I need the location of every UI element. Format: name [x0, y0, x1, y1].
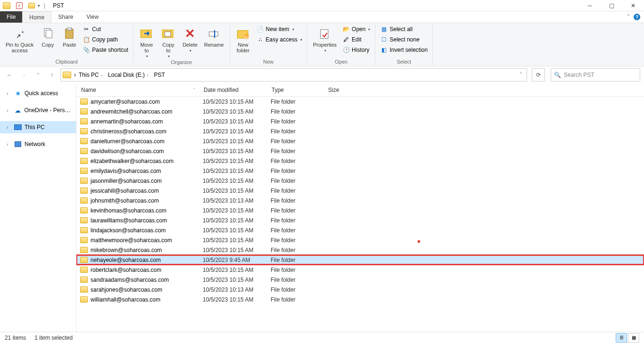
- file-row[interactable]: sarahjones@soharcoas.com10/5/2023 10:13 …: [76, 285, 644, 294]
- easy-access-button[interactable]: ⛬Easy access▾: [255, 34, 304, 45]
- file-row[interactable]: williamhall@soharcoas.com10/5/2023 10:15…: [76, 294, 644, 304]
- ribbon-collapse-icon[interactable]: ˄: [627, 14, 630, 20]
- chevron-right-icon[interactable]: ›: [74, 72, 76, 78]
- forward-button[interactable]: →: [18, 69, 29, 81]
- tab-file[interactable]: File: [0, 11, 22, 23]
- file-row[interactable]: jessicahill@soharcoas.com10/5/2023 10:15…: [76, 186, 644, 196]
- column-header-type[interactable]: Type: [267, 83, 323, 96]
- select-none-button[interactable]: ☐Select none: [378, 34, 429, 45]
- move-to-icon: [140, 27, 154, 40]
- column-header-size[interactable]: Size: [323, 83, 361, 96]
- file-row[interactable]: jasonmiller@soharcoas.com10/5/2023 10:15…: [76, 176, 644, 186]
- rename-button[interactable]: Rename: [201, 24, 227, 58]
- file-row[interactable]: elizabethwalker@soharcoas.com10/5/2023 1…: [76, 156, 644, 166]
- pin-quick-access-button[interactable]: Pin to Quick access: [3, 24, 36, 58]
- breadcrumb-segment[interactable]: Local Disk (E:)›: [106, 69, 151, 81]
- search-input[interactable]: 🔍 Search PST: [551, 68, 640, 82]
- chevron-right-icon[interactable]: ›: [146, 73, 149, 78]
- breadcrumb-segment[interactable]: This PC›: [77, 69, 105, 81]
- address-history-button[interactable]: ˅: [515, 69, 527, 81]
- file-list[interactable]: amycarter@soharcoas.com10/5/2023 10:15 A…: [76, 97, 644, 304]
- copy-path-button[interactable]: 📋Copy path: [81, 34, 130, 45]
- nav-network[interactable]: › Network: [0, 138, 76, 150]
- file-name: mikebrown@soharcoas.com: [91, 247, 203, 253]
- file-row[interactable]: lindajackson@soharcoas.com10/5/2023 10:1…: [76, 225, 644, 235]
- recent-locations-button[interactable]: ˅: [32, 69, 43, 81]
- nav-onedrive[interactable]: › ☁ OneDrive - Persona: [0, 104, 76, 116]
- file-type: File folder: [271, 148, 327, 155]
- nav-this-pc[interactable]: › This PC: [0, 121, 76, 133]
- breadcrumb-segment[interactable]: PST: [152, 69, 166, 81]
- file-row[interactable]: kevinthomas@soharcoas.com10/5/2023 10:15…: [76, 205, 644, 215]
- file-row[interactable]: christineross@soharcoas.com10/5/2023 10:…: [76, 126, 644, 136]
- expand-icon[interactable]: ›: [7, 91, 11, 96]
- tab-share[interactable]: Share: [51, 11, 80, 23]
- file-row[interactable]: nehayeole@soharcoas.com10/5/2023 9:45 AM…: [76, 255, 644, 265]
- up-button[interactable]: ↑: [46, 69, 58, 81]
- new-item-button[interactable]: 📄New item▾: [255, 24, 304, 34]
- file-row[interactable]: davidwilson@soharcoas.com10/5/2023 10:15…: [76, 146, 644, 156]
- history-button[interactable]: 🕑History: [340, 45, 372, 55]
- chevron-right-icon[interactable]: ›: [100, 73, 103, 78]
- folder-icon: [80, 108, 88, 114]
- file-name: nehayeole@soharcoas.com: [91, 257, 203, 263]
- copy-to-button[interactable]: Copy to▾: [158, 24, 179, 58]
- copy-button[interactable]: Copy: [37, 24, 58, 58]
- file-row[interactable]: johnsmith@soharcoas.com10/5/2023 10:13 A…: [76, 196, 644, 205]
- qat-customize-icon[interactable]: ▾: [38, 3, 40, 8]
- expand-icon[interactable]: ›: [7, 108, 11, 113]
- svg-rect-6: [165, 32, 171, 36]
- large-icons-view-button[interactable]: ▦: [628, 333, 639, 343]
- tab-view[interactable]: View: [80, 11, 105, 23]
- file-row[interactable]: mikebrown@soharcoas.com10/5/2023 10:15 A…: [76, 245, 644, 255]
- file-type: File folder: [271, 118, 327, 125]
- navigation-pane: › ★ Quick access › ☁ OneDrive - Persona …: [0, 83, 76, 332]
- paste-button[interactable]: Paste: [59, 24, 80, 58]
- maximize-button[interactable]: ▢: [601, 0, 622, 11]
- address-bar[interactable]: › This PC› Local Disk (E:)› PST ˅: [60, 68, 527, 82]
- file-type: File folder: [271, 207, 327, 214]
- qat-properties-icon[interactable]: ✓: [16, 2, 23, 9]
- svg-rect-2: [66, 29, 73, 39]
- details-view-button[interactable]: ☰: [616, 333, 627, 343]
- close-button[interactable]: ✕: [622, 0, 644, 11]
- delete-button[interactable]: ✕ Delete▾: [180, 24, 200, 58]
- folder-icon: [80, 207, 88, 213]
- cut-button[interactable]: ✂Cut: [81, 24, 130, 34]
- expand-icon[interactable]: ›: [7, 125, 11, 130]
- move-to-button[interactable]: Move to▾: [136, 24, 157, 58]
- column-header-name[interactable]: Name˄: [76, 83, 199, 96]
- file-row[interactable]: robertclark@soharcoas.com10/5/2023 10:15…: [76, 265, 644, 275]
- group-label-clipboard: Clipboard: [3, 58, 130, 66]
- file-row[interactable]: matthewmoore@soharcoas.com10/5/2023 10:1…: [76, 235, 644, 245]
- file-row[interactable]: amycarter@soharcoas.com10/5/2023 10:15 A…: [76, 97, 644, 106]
- file-row[interactable]: laurawilliams@soharcoas.com10/5/2023 10:…: [76, 215, 644, 225]
- select-all-button[interactable]: ▦Select all: [378, 24, 429, 34]
- file-row[interactable]: annemartin@soharcoas.com10/5/2023 10:15 …: [76, 116, 644, 126]
- properties-button[interactable]: Properties▾: [310, 24, 339, 58]
- file-type: File folder: [271, 138, 327, 145]
- file-row[interactable]: andrewmitchell@soharcoas.com10/5/2023 10…: [76, 106, 644, 116]
- help-icon[interactable]: ?: [634, 14, 640, 20]
- refresh-button[interactable]: ⟳: [532, 68, 545, 82]
- file-row[interactable]: sandraadams@soharcoas.com10/5/2023 10:15…: [76, 275, 644, 285]
- invert-selection-button[interactable]: ◧Invert selection: [378, 45, 429, 55]
- nav-quick-access[interactable]: › ★ Quick access: [0, 87, 76, 99]
- paste-shortcut-button[interactable]: 📎Paste shortcut: [81, 45, 130, 55]
- column-header-date[interactable]: Date modified: [199, 83, 267, 96]
- qat-open-icon[interactable]: [28, 3, 35, 8]
- ribbon: Pin to Quick access Copy Paste ✂Cut 📋Cop…: [0, 23, 644, 66]
- edit-button[interactable]: 🖉Edit: [340, 34, 372, 45]
- expand-icon[interactable]: ›: [7, 142, 11, 147]
- copy-path-icon: 📋: [83, 36, 90, 43]
- file-name: davidwilson@soharcoas.com: [91, 148, 203, 155]
- tab-home[interactable]: Home: [22, 11, 51, 23]
- file-type: File folder: [271, 286, 327, 293]
- open-button[interactable]: 📂Open▾: [340, 24, 372, 34]
- file-row[interactable]: danielturner@soharcoas.com10/5/2023 10:1…: [76, 136, 644, 146]
- minimize-button[interactable]: ─: [579, 0, 601, 11]
- file-row[interactable]: emilydavis@soharcoas.com10/5/2023 10:15 …: [76, 166, 644, 176]
- back-button[interactable]: ←: [4, 69, 15, 81]
- file-date: 10/5/2023 10:15 AM: [203, 227, 271, 234]
- new-folder-button[interactable]: ★ New folder: [233, 24, 254, 58]
